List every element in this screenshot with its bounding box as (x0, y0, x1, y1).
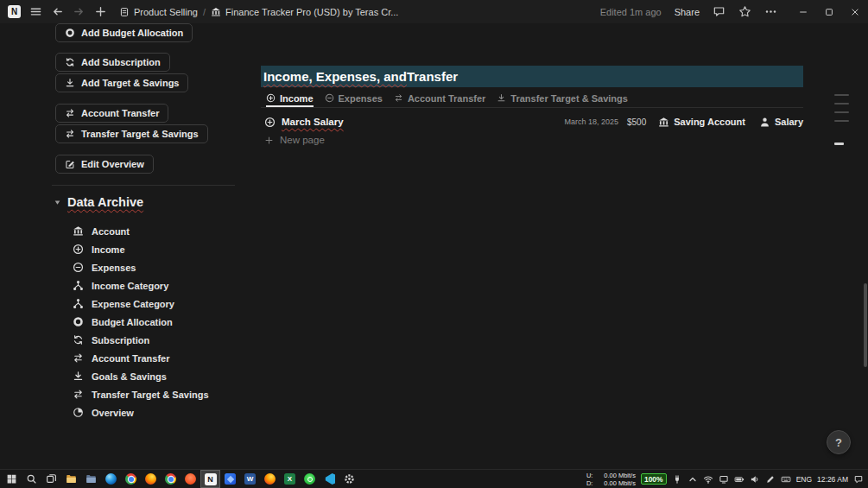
category-label: Salary (775, 117, 803, 127)
archive-item-transfer-target-savings[interactable]: Transfer Target & Savings (73, 385, 209, 403)
back-arrow-icon[interactable] (51, 5, 64, 18)
account-transfer-button[interactable]: Account Transfer (55, 104, 168, 123)
archive-item-income[interactable]: Income (73, 240, 209, 258)
excel-button[interactable]: X (280, 470, 300, 488)
tab-expenses[interactable]: Expenses (325, 89, 383, 107)
archive-item-overview[interactable]: Overview (73, 403, 209, 421)
network-speed-widget[interactable]: U: 0.00 Mbit/s D: 0.00 Mbit/s (586, 472, 636, 487)
help-button[interactable]: ? (827, 430, 851, 454)
plus-circle-icon (266, 93, 276, 103)
chrome-button[interactable] (121, 470, 141, 488)
tab-label: Account Transfer (408, 93, 485, 104)
outline-line (834, 94, 849, 96)
maximize-button[interactable] (816, 0, 842, 23)
archive-item-subscription[interactable]: Subscription (73, 331, 209, 349)
chrome-profile-button[interactable] (161, 470, 181, 488)
tab-income[interactable]: Income (266, 89, 314, 107)
download-icon (497, 93, 506, 103)
add-subscription-button[interactable]: Add Subscription (55, 53, 170, 72)
more-options-icon[interactable] (764, 5, 777, 18)
clock[interactable]: 12:26 AM (817, 475, 848, 484)
start-button[interactable] (2, 470, 22, 488)
new-page-button[interactable]: New page (261, 131, 325, 149)
photos-button[interactable] (220, 470, 240, 488)
category-network-icon (73, 298, 84, 309)
file-explorer-button[interactable] (61, 470, 81, 488)
breadcrumb-item-page[interactable]: Finance Tracker Pro (USD) by Teras Cr... (211, 7, 398, 17)
usb-plug-icon[interactable] (672, 474, 682, 485)
notion-app-window: N Product Selling / Finance Tracker Pro … (0, 0, 868, 488)
excel-icon: X (284, 473, 295, 485)
edge-button[interactable] (101, 470, 121, 488)
archive-item-budget-allocation[interactable]: Budget Allocation (73, 313, 209, 331)
firefox-2-button[interactable] (260, 470, 280, 488)
archive-item-account-transfer[interactable]: Account Transfer (73, 349, 209, 367)
table-row-march-salary[interactable]: March Salary March 18, 2025 $500 Saving … (261, 112, 803, 131)
data-archive-toggle[interactable]: Data Archive (54, 195, 143, 209)
account-cell[interactable]: Saving Account (658, 117, 745, 128)
row-title-cell[interactable]: March Salary (261, 117, 344, 128)
close-button[interactable] (842, 0, 868, 23)
archive-item-label: Expense Category (92, 299, 174, 309)
display-icon[interactable] (719, 474, 729, 485)
tab-label: Transfer Target & Savings (510, 93, 628, 104)
amount-cell[interactable]: $500 (627, 117, 646, 127)
firefox-button[interactable] (141, 470, 161, 488)
taskbar-apps: N W X (0, 470, 359, 488)
vscode-icon (324, 473, 335, 485)
task-view-button[interactable] (41, 470, 61, 488)
whatsapp-button[interactable] (300, 470, 320, 488)
notion-logo-icon[interactable]: N (8, 5, 21, 18)
folder-icon (86, 473, 97, 485)
comments-icon[interactable] (713, 5, 725, 18)
notion-taskbar-button[interactable]: N (200, 470, 220, 488)
forward-arrow-icon[interactable] (73, 5, 86, 18)
upload-speed: U: 0.00 Mbit/s (586, 472, 636, 479)
pen-icon[interactable] (765, 474, 776, 485)
archive-item-expense-category[interactable]: Expense Category (73, 295, 209, 313)
page-outline-indicator[interactable] (834, 94, 852, 145)
folder-app-button[interactable] (81, 470, 101, 488)
edit-overview-button[interactable]: Edit Overview (55, 155, 154, 174)
help-label: ? (835, 436, 842, 449)
button-label: Transfer Target & Savings (81, 129, 199, 139)
category-cell[interactable]: Salary (759, 117, 803, 128)
notification-center-icon[interactable] (853, 474, 864, 485)
archive-item-label: Account (92, 226, 130, 237)
battery-icon[interactable] (734, 474, 744, 485)
brave-button[interactable] (181, 470, 200, 488)
minimize-button[interactable] (790, 0, 816, 23)
archive-item-expenses[interactable]: Expenses (73, 258, 209, 276)
keyboard-icon[interactable] (781, 474, 791, 485)
transfer-target-savings-button[interactable]: Transfer Target & Savings (55, 124, 208, 143)
breadcrumb-item-workspace[interactable]: Product Selling (119, 7, 198, 17)
hidden-icons-chevron-icon[interactable] (687, 474, 698, 485)
settings-button[interactable] (339, 470, 359, 488)
word-button[interactable]: W (240, 470, 260, 488)
chrome-icon (165, 473, 176, 485)
archive-item-goals-savings[interactable]: Goals & Savings (73, 367, 209, 385)
tab-account-transfer[interactable]: Account Transfer (394, 89, 485, 107)
titlebar-actions: Edited 1m ago Share (600, 0, 868, 23)
titlebar: N Product Selling / Finance Tracker Pro … (0, 0, 868, 23)
battery-percentage-badge[interactable]: 100% (641, 473, 667, 485)
add-target-savings-button[interactable]: Add Target & Savings (55, 73, 188, 92)
date-cell[interactable]: March 18, 2025 (564, 117, 618, 126)
sidebar-menu-icon[interactable] (29, 5, 42, 18)
new-tab-icon[interactable] (94, 5, 107, 18)
bank-icon (658, 117, 669, 128)
archive-item-account[interactable]: Account (73, 222, 209, 240)
archive-item-income-category[interactable]: Income Category (73, 276, 209, 295)
add-budget-allocation-button[interactable]: Add Budget Allocation (55, 23, 193, 42)
language-indicator[interactable]: ENG (796, 475, 812, 484)
share-button[interactable]: Share (675, 7, 700, 17)
minus-circle-icon (325, 93, 334, 103)
volume-icon[interactable] (750, 474, 760, 485)
section-title: Data Archive (67, 195, 143, 209)
tab-transfer-target-savings[interactable]: Transfer Target & Savings (497, 89, 628, 107)
wifi-icon[interactable] (703, 474, 713, 485)
vscode-button[interactable] (320, 470, 339, 488)
vertical-scrollbar[interactable] (864, 283, 867, 367)
favorite-star-icon[interactable] (738, 5, 751, 18)
taskbar-search-button[interactable] (22, 470, 41, 488)
